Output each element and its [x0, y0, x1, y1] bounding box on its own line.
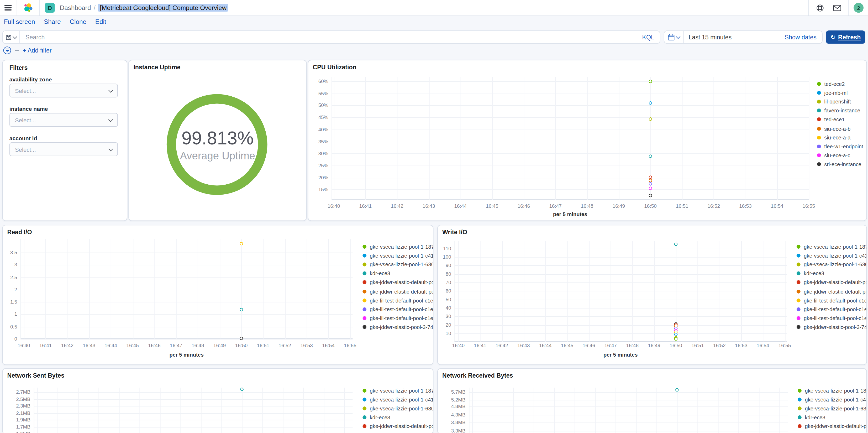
legend-item[interactable]: sri-ece-instance: [817, 161, 862, 167]
legend-item[interactable]: gke-jddwr-elastic-default-po...: [363, 432, 433, 433]
legend-label: kdr-ece3: [804, 270, 824, 277]
x-axis-title: per 5 minutes: [21, 352, 352, 358]
legend-item[interactable]: kdr-ece3: [798, 414, 825, 421]
legend-item[interactable]: gke-vseca-lizzie-pool-1-630...: [363, 262, 433, 267]
legend-item[interactable]: gke-vseca-lizzie-pool-1-c417...: [797, 253, 867, 259]
legend-item[interactable]: gke-vseca-lizzie-pool-1-c417...: [363, 253, 433, 259]
x-gridline: [328, 239, 329, 339]
legend-item[interactable]: siu-ece-a-b: [817, 125, 851, 132]
legend-item[interactable]: ted-ece2: [817, 81, 845, 87]
data-point[interactable]: [649, 80, 652, 83]
data-point[interactable]: [240, 308, 243, 311]
legend-item[interactable]: gke-jddwr-elastic-default-po...: [363, 423, 433, 429]
legend-item[interactable]: lil-openshift: [817, 99, 851, 105]
legend-item[interactable]: gke-jddwr-elastic-default-po...: [363, 288, 433, 294]
data-point[interactable]: [674, 242, 678, 246]
legend-item[interactable]: gke-jddwr-elastic-pool-3-74...: [797, 324, 867, 330]
data-point[interactable]: [649, 154, 652, 157]
legend-item[interactable]: siu-ece-a-a: [817, 135, 851, 141]
legend-item[interactable]: joe-mb-ml: [817, 90, 847, 96]
edit-button[interactable]: Edit: [95, 19, 106, 25]
dashboard-menu: Full screen Share Clone Edit: [4, 19, 106, 25]
quick-select-button[interactable]: [664, 31, 684, 43]
data-point[interactable]: [649, 175, 652, 179]
legend-item[interactable]: gke-lil-test-default-pool-c1e...: [363, 315, 433, 321]
data-point[interactable]: [240, 242, 243, 245]
data-point[interactable]: [674, 337, 678, 341]
filter-icon[interactable]: [3, 47, 11, 54]
full-screen-button[interactable]: Full screen: [4, 19, 35, 25]
legend-item[interactable]: gke-jddwr-elastic-default-po...: [798, 432, 867, 433]
mail-icon[interactable]: [831, 2, 843, 13]
search-input[interactable]: [20, 34, 642, 40]
y-axis-tick-label: 50: [437, 297, 451, 302]
help-icon[interactable]: [814, 2, 826, 13]
legend-item[interactable]: ted-ece1: [817, 117, 845, 123]
legend-item[interactable]: kdr-ece3: [797, 270, 824, 277]
page-title[interactable]: [Metricbeat Googlecloud] Compute Overvie…: [98, 4, 228, 12]
menu-icon[interactable]: [4, 5, 11, 11]
legend-item[interactable]: gke-jddwr-elastic-default-po...: [797, 288, 867, 294]
legend-item[interactable]: gke-vseca-lizzie-pool-1-c417...: [798, 397, 867, 403]
breadcrumb-dashboard[interactable]: Dashboard: [60, 4, 91, 11]
show-dates-button[interactable]: Show dates: [785, 34, 822, 40]
y-gridline: [469, 400, 788, 401]
data-point[interactable]: [240, 337, 243, 340]
legend-dot-icon: [363, 263, 366, 266]
saved-query-button[interactable]: [3, 31, 20, 43]
add-filter-button[interactable]: + Add filter: [23, 47, 52, 54]
data-point[interactable]: [649, 186, 652, 190]
data-point[interactable]: [649, 102, 652, 105]
panel-filters: Filters availability zone Select... inst…: [2, 60, 127, 221]
instance-name-select[interactable]: Select...: [9, 113, 118, 127]
legend-item[interactable]: gke-vseca-lizzie-pool-1-c417...: [363, 397, 433, 403]
legend-item[interactable]: gke-lil-test-default-pool-c1e...: [797, 315, 867, 321]
avatar[interactable]: 2: [854, 3, 864, 13]
divider: [808, 0, 809, 16]
space-badge[interactable]: D: [45, 3, 55, 13]
legend-item[interactable]: gke-jddwr-elastic-default-po...: [363, 279, 433, 285]
account-id-select[interactable]: Select...: [9, 142, 118, 156]
legend-item[interactable]: gke-vseca-lizzie-pool-1-630...: [797, 262, 867, 267]
legend-item[interactable]: gke-jddwr-elastic-pool-3-74...: [363, 324, 433, 330]
legend-item[interactable]: gke-lil-test-default-pool-c1e...: [797, 297, 867, 303]
legend-item[interactable]: gke-lil-test-default-pool-c1e...: [363, 297, 433, 303]
x-gridline: [719, 241, 720, 342]
y-axis-tick-label: 60: [437, 288, 451, 294]
legend-item[interactable]: gke-lil-test-default-pool-c1e...: [797, 306, 867, 312]
legend-item[interactable]: gke-vseca-lizzie-pool-1-1877...: [797, 244, 867, 250]
x-gridline: [698, 387, 698, 433]
y-axis-tick-label: 5.2MB: [443, 397, 465, 403]
legend-item[interactable]: siu-ece-a-c: [817, 152, 850, 158]
legend-item[interactable]: gke-vseca-lizzie-pool-1-1877...: [798, 387, 867, 394]
y-axis-tick-label: 15%: [308, 187, 328, 192]
legend-item[interactable]: gke-jddwr-elastic-default-po...: [798, 423, 867, 429]
share-button[interactable]: Share: [44, 19, 61, 25]
x-gridline: [350, 239, 351, 339]
clone-button[interactable]: Clone: [70, 19, 86, 25]
availability-zone-select[interactable]: Select...: [9, 84, 118, 97]
legend-item[interactable]: kdr-ece3: [363, 414, 390, 421]
time-range-value[interactable]: Last 15 minutes: [684, 34, 785, 40]
legend-item[interactable]: gke-vseca-lizzie-pool-1-630...: [363, 405, 433, 411]
y-gridline: [332, 129, 809, 130]
y-gridline: [332, 93, 809, 94]
x-axis-tick-label: 16:48: [578, 203, 597, 209]
legend-label: gke-lil-test-default-pool-c1e...: [370, 297, 434, 303]
legend-item[interactable]: kdr-ece3: [363, 270, 390, 277]
refresh-button[interactable]: ↻ Refresh: [826, 30, 865, 44]
legend-item[interactable]: tlee-w1-endpoint: [817, 143, 863, 149]
legend-item[interactable]: gke-vseca-lizzie-pool-1-1877...: [363, 387, 433, 394]
y-axis-tick-label: 45%: [308, 115, 328, 120]
legend-item[interactable]: gke-jddwr-elastic-default-po...: [797, 279, 867, 285]
legend-item[interactable]: gke-vseca-lizzie-pool-1-1877...: [363, 244, 433, 250]
query-language-button[interactable]: KQL: [642, 34, 660, 40]
legend-item[interactable]: gke-vseca-lizzie-pool-1-630...: [798, 405, 867, 411]
data-point[interactable]: [649, 179, 652, 182]
legend-item[interactable]: favero-instance: [817, 108, 860, 114]
legend-dot-icon: [817, 100, 821, 104]
elastic-logo-icon[interactable]: [22, 2, 34, 13]
data-point[interactable]: [649, 182, 652, 186]
legend-item[interactable]: gke-lil-test-default-pool-c1e...: [363, 306, 433, 312]
x-gridline: [492, 77, 493, 200]
